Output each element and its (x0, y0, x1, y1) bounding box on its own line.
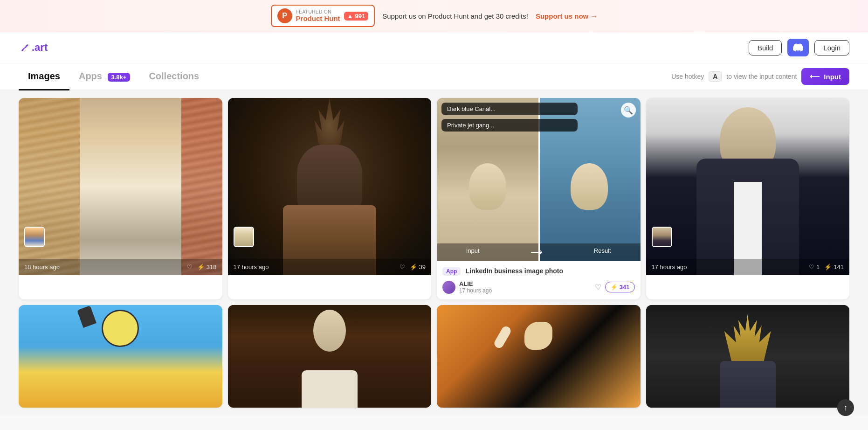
card-2-like[interactable]: ♡ (400, 264, 405, 270)
remix-icon-2: ⚡ (410, 264, 417, 270)
card-3[interactable]: Dark blue Canal... Private jet gang... 🔍 (437, 98, 641, 299)
heart-icon: ♡ (187, 264, 193, 270)
card-3-image-container: Dark blue Canal... Private jet gang... 🔍 (437, 98, 641, 261)
card-4-avatar (652, 227, 672, 247)
input-label: Input (824, 73, 841, 81)
card-5-image (19, 305, 222, 408)
input-button[interactable]: ⟵ Input (801, 68, 849, 85)
card-1-remix[interactable]: ⚡ 318 (197, 264, 217, 270)
card-5-image-container (19, 305, 222, 408)
heart-icon-2: ♡ (400, 264, 405, 270)
user-time-alie: 17 hours ago (459, 287, 492, 294)
card-1-footer: 18 hours ago ♡ ⚡ 318 (19, 259, 222, 275)
tab-images[interactable]: Images (19, 63, 69, 90)
ph-badge[interactable]: P FEATURED ON Product Hunt ▲ 991 (271, 5, 375, 27)
card-3-like[interactable]: ♡ (595, 283, 601, 291)
card-4-image-container: 17 hours ago ♡ 1 ⚡ 141 (646, 98, 850, 275)
logo-icon: ⟋ (19, 41, 31, 55)
card-4-remix[interactable]: ⚡ 141 (824, 264, 844, 270)
build-button[interactable]: Build (749, 40, 782, 55)
card-6-image (228, 305, 432, 408)
ph-featured-label: FEATURED ON (296, 9, 340, 14)
nav-tabs: Images Apps 3.8k+ Collections Use hotkey… (0, 63, 868, 90)
card-4-like-count: 1 (816, 264, 820, 270)
remix-icon: ⚡ (197, 264, 205, 270)
heart-icon-4: ♡ (809, 264, 814, 270)
card-3-info: App LinkedIn business image photo ALIE 1… (437, 261, 641, 299)
tab-collections[interactable]: Collections (139, 63, 208, 90)
card-8-image (646, 305, 850, 408)
card-8-image-container (646, 305, 850, 408)
card-3-remix[interactable]: ⚡ 341 (605, 282, 635, 292)
result-label: Result (594, 247, 611, 257)
hotkey-prefix: Use hotkey (671, 73, 704, 80)
card-3-footer: ALIE 17 hours ago ♡ ⚡ 341 (442, 280, 635, 294)
card-7[interactable] (437, 305, 641, 408)
hotkey-key: A (709, 71, 722, 82)
card-7-image (437, 305, 641, 408)
card-4-remix-count: 141 (834, 264, 844, 270)
hotkey-suffix: to view the input content (726, 73, 797, 80)
logo-text: .art (32, 42, 48, 54)
card-2[interactable]: 17 hours ago ♡ ⚡ 39 (228, 98, 432, 299)
apps-badge: 3.8k+ (108, 73, 131, 82)
nav-right: Use hotkey A to view the input content ⟵… (671, 68, 849, 85)
card-1-avatar (24, 227, 45, 247)
remix-icon-4: ⚡ (824, 264, 832, 270)
card-3-user: ALIE 17 hours ago (442, 280, 492, 294)
card-3-title-row: App LinkedIn business image photo (442, 267, 635, 276)
card-1-image (19, 98, 222, 275)
ph-arrow-icon: ▲ (347, 13, 353, 20)
comparison-arrow-icon: ⟶ (530, 247, 543, 257)
card-1-time: 18 hours ago (24, 264, 60, 270)
card-5[interactable] (19, 305, 222, 408)
card-6[interactable] (228, 305, 432, 408)
card-2-actions: ♡ ⚡ 39 (400, 264, 426, 270)
card-1-image-container: 18 hours ago ♡ ⚡ 318 (19, 98, 222, 275)
support-now-link[interactable]: Support us now → (536, 12, 598, 20)
login-button[interactable]: Login (814, 40, 849, 55)
prompt-2: Private jet gang... (441, 119, 578, 132)
comparison-prompts: Dark blue Canal... Private jet gang... (437, 98, 641, 136)
discord-button[interactable] (787, 39, 809, 56)
card-4[interactable]: 17 hours ago ♡ 1 ⚡ 141 (646, 98, 850, 299)
prompt-1: Dark blue Canal... (441, 103, 578, 115)
card-7-image-container (437, 305, 641, 408)
header: ⟋ .art Build Login (0, 32, 868, 63)
card-2-avatar (234, 227, 254, 247)
tab-apps[interactable]: Apps 3.8k+ (69, 63, 139, 90)
ph-text: FEATURED ON Product Hunt (296, 9, 340, 22)
ph-product-name: Product Hunt (296, 14, 340, 22)
card-4-actions: ♡ 1 ⚡ 141 (809, 264, 844, 270)
card-2-image-container: 17 hours ago ♡ ⚡ 39 (228, 98, 432, 275)
user-avatar-alie (442, 281, 455, 294)
logo[interactable]: ⟋ .art (19, 41, 48, 55)
ph-logo-icon: P (277, 8, 292, 23)
card-1-actions: ♡ ⚡ 318 (187, 264, 217, 270)
zoom-button[interactable]: 🔍 (621, 103, 636, 118)
app-badge: App (442, 267, 461, 276)
product-hunt-banner: P FEATURED ON Product Hunt ▲ 991 Support… (0, 0, 868, 32)
scroll-top-button[interactable]: ↑ (837, 399, 854, 416)
card-8[interactable] (646, 305, 850, 408)
card-4-like[interactable]: ♡ 1 (809, 264, 820, 270)
card-1-like[interactable]: ♡ (187, 264, 193, 270)
card-3-title: LinkedIn business image photo (466, 267, 563, 275)
card-4-image (646, 98, 850, 275)
scroll-top-icon: ↑ (844, 403, 848, 413)
discord-icon (793, 42, 803, 53)
main-content: 18 hours ago ♡ ⚡ 318 (0, 90, 868, 415)
card-2-footer: 17 hours ago ♡ ⚡ 39 (228, 259, 432, 275)
ph-vote-count: ▲ 991 (344, 12, 369, 21)
card-1-remix-count: 318 (207, 264, 217, 270)
card-1[interactable]: 18 hours ago ♡ ⚡ 318 (19, 98, 222, 299)
card-4-time: 17 hours ago (652, 264, 687, 270)
card-6-image-container (228, 305, 432, 408)
banner-message: Support us on Product Hunt and get 30 cr… (382, 12, 528, 20)
header-right: Build Login (749, 39, 849, 56)
user-info: ALIE 17 hours ago (459, 280, 492, 294)
card-2-time: 17 hours ago (234, 264, 269, 270)
card-2-remix[interactable]: ⚡ 39 (410, 264, 426, 270)
card-3-remix-count: 341 (620, 284, 630, 291)
ph-count-value: 991 (355, 13, 365, 20)
